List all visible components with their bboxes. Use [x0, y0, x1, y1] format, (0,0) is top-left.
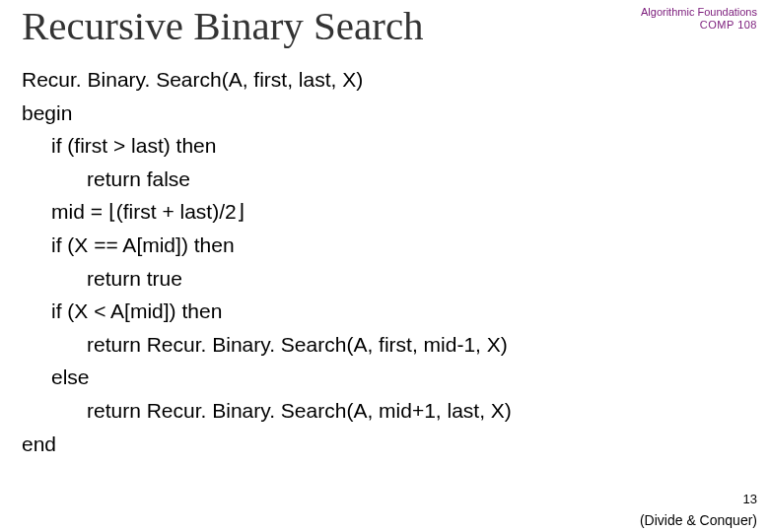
slide-footer: (Divide & Conquer) [640, 512, 757, 528]
code-line: Recur. Binary. Search(A, first, last, X) [22, 63, 747, 97]
page-number: 13 [743, 492, 757, 506]
code-line: else [22, 361, 747, 394]
code-line: end [22, 428, 747, 461]
slide: Algorithmic Foundations COMP 108 Recursi… [0, 2, 769, 532]
code-line: if (first > last) then [22, 129, 747, 163]
course-tag: Algorithmic Foundations COMP 108 [641, 6, 757, 31]
code-line: if (X < A[mid]) then [22, 295, 747, 328]
course-code: COMP 108 [641, 19, 757, 32]
slide-title: Recursive Binary Search [22, 2, 747, 49]
code-line: begin [22, 97, 747, 130]
pseudocode-block: Recur. Binary. Search(A, first, last, X)… [22, 63, 747, 460]
code-line: mid = ⌊(first + last)/2⌋ [22, 195, 747, 229]
code-line: return true [22, 262, 747, 296]
code-line: return Recur. Binary. Search(A, first, m… [22, 328, 747, 362]
code-line: return false [22, 163, 747, 196]
code-line: if (X == A[mid]) then [22, 229, 747, 262]
course-subject: Algorithmic Foundations [641, 6, 757, 19]
code-line: return Recur. Binary. Search(A, mid+1, l… [22, 394, 747, 428]
